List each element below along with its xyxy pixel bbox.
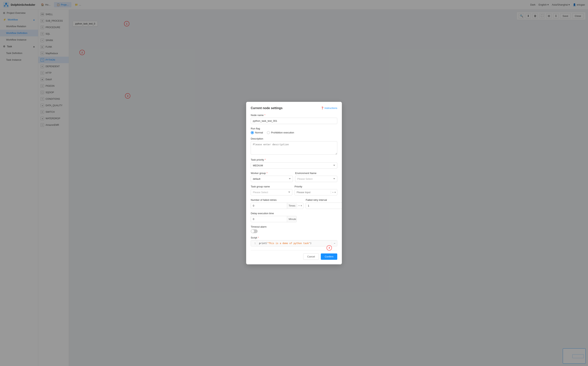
env-name-wrapper: Please Select [295,176,337,182]
modal: Current node settings ❓ Instructions Nod… [246,102,342,264]
priority-input-row: − + [294,189,337,195]
worker-group-col: Worker group * default [251,172,293,182]
delay-execution-input[interactable] [251,216,287,222]
failed-retries-col: Number of failed retries Times − + [251,198,303,209]
script-line-1: 1 print("This is a demo of python task")… [251,240,337,246]
priority-minus-btn[interactable]: − [332,191,334,194]
modal-overlay: Current node settings ❓ Instructions Nod… [0,0,588,366]
node-name-input[interactable] [251,118,337,124]
delay-execution-unit: Minute [287,216,297,222]
failed-retries-plus[interactable]: + [301,204,302,207]
run-flag-label: Run flag [251,127,337,130]
priority-label: Priority [294,185,337,188]
modal-title: Current node settings [251,107,283,110]
retry-interval-input[interactable] [306,203,342,209]
required-star-worker: * [267,172,268,175]
worker-group-label: Worker group * [251,172,293,175]
retry-interval-col: Failed retry interval Minute − + [306,198,342,209]
env-name-col: Environment Name Please Select [295,172,337,182]
retries-row: Number of failed retries Times − + Faile… [251,198,337,209]
failed-retries-btns: − + [297,204,303,207]
toggle-knob [251,230,254,233]
script-label: Script * [251,236,337,239]
cancel-button[interactable]: Cancel [303,253,319,260]
node-name-row: Node name * [251,114,337,124]
script-expand-btn[interactable]: − [332,242,337,245]
task-priority-row: Task priority * MEDIUM LOW HIGH HIGHEST [251,158,337,169]
radio-dot-normal [251,131,254,134]
failed-retries-input[interactable] [251,203,287,209]
retry-interval-counter: Minute − + [306,203,342,209]
timeout-alarm-toggle[interactable] [251,229,258,233]
script-area: 1 print("This is a demo of python task")… [251,240,337,246]
worker-group-wrapper: default [251,176,293,182]
step-4-circle: 4 [326,245,332,251]
env-name-select[interactable]: Please Select [295,176,337,182]
required-star-script: * [258,236,259,239]
task-priority-select[interactable]: MEDIUM LOW HIGH HIGHEST [251,162,337,169]
description-label: Description [251,137,337,140]
task-group-wrapper: Please Select [251,189,292,195]
priority-input[interactable] [295,189,331,195]
required-star-priority: * [265,158,266,161]
worker-env-row: Worker group * default Environment Name … [251,172,337,182]
confirm-button[interactable]: Confirm [321,253,337,260]
task-group-col: Task group name Please Select [251,185,292,195]
timeout-alarm-label: Timeout alarm [251,225,337,228]
radio-prohibition[interactable]: Prohibition execution [267,131,294,134]
instructions-link[interactable]: ❓ Instructions [321,107,337,109]
question-icon: ❓ [321,107,324,109]
node-name-label: Node name * [251,114,337,117]
priority-col: Priority − + [294,185,337,195]
delay-execution-row: Delay execution time Minute − + [251,212,337,222]
task-priority-select-wrapper: MEDIUM LOW HIGH HIGHEST [251,162,337,169]
failed-retries-label: Number of failed retries [251,198,303,201]
script-line-num: 1 [251,240,257,246]
description-textarea[interactable] [251,141,337,155]
run-flag-row: Run flag Normal Prohibition execution [251,127,337,134]
timeout-alarm-row: Timeout alarm [251,225,337,233]
failed-retries-minus[interactable]: − [298,204,300,207]
priority-counter-btns: − + [331,191,337,194]
script-row: Script * 1 print("This is a demo of pyth… [251,236,337,246]
radio-dot-prohibition [267,131,270,134]
worker-group-select[interactable]: default [251,176,293,182]
taskgroup-priority-row: Task group name Please Select Priority −… [251,185,337,195]
failed-retries-counter: Times − + [251,203,303,209]
priority-plus-btn[interactable]: + [334,191,336,194]
task-group-label: Task group name [251,185,292,188]
radio-normal[interactable]: Normal [251,131,263,134]
env-name-label: Environment Name [295,172,337,175]
retry-interval-label: Failed retry interval [306,198,342,201]
task-priority-label: Task priority * [251,158,337,161]
run-flag-group: Normal Prohibition execution [251,131,337,134]
modal-footer: Cancel Confirm [251,250,337,260]
failed-retries-unit: Times [287,203,297,209]
description-row: Description [251,137,337,155]
modal-header: Current node settings ❓ Instructions [251,107,337,110]
task-group-select[interactable]: Please Select [251,189,292,195]
delay-execution-label: Delay execution time [251,212,337,215]
required-star-name: * [264,114,265,117]
delay-execution-counter: Minute − + [251,216,297,222]
script-line-content[interactable]: print("This is a demo of python task") [257,240,332,246]
